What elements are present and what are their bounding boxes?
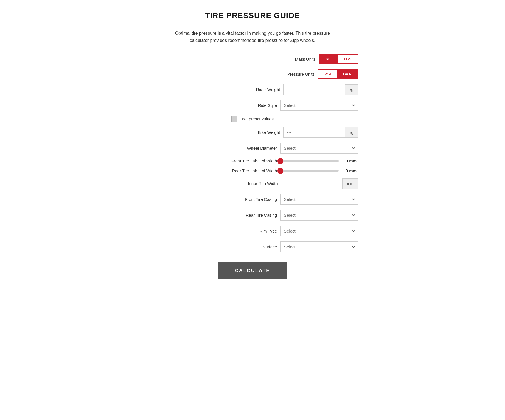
rear-tire-width-thumb[interactable] [277, 168, 283, 174]
rider-weight-input[interactable] [283, 84, 345, 95]
front-tire-width-value: 0 mm [343, 159, 357, 163]
front-tire-casing-select[interactable]: Select [280, 194, 358, 205]
rear-tire-width-row: Rear Tire Labeled Width 0 mm [147, 168, 358, 173]
tire-pressure-form: Mass Units KG LBS Pressure Units PSI BAR… [147, 54, 358, 279]
mass-units-toggle: KG LBS [319, 54, 358, 64]
bike-weight-unit: kg [345, 127, 358, 138]
front-tire-casing-label: Front Tire Casing [216, 197, 277, 202]
front-tire-casing-row: Front Tire Casing Select [147, 194, 358, 205]
inner-rim-width-input-group: mm [281, 178, 358, 189]
rear-tire-width-slider-group: 0 mm [280, 168, 358, 173]
bike-weight-input[interactable] [283, 127, 345, 138]
bike-weight-label: Bike Weight [219, 130, 280, 135]
rim-type-row: Rim Type Select [147, 226, 358, 236]
wheel-diameter-row: Wheel Diameter Select [147, 143, 358, 154]
page-title: TIRE PRESSURE GUIDE [147, 11, 358, 20]
mass-units-row: Mass Units KG LBS [147, 54, 358, 64]
preset-values-row: Use preset values [147, 116, 358, 122]
rear-tire-width-label: Rear Tire Labeled Width [216, 168, 277, 173]
rider-weight-label: Rider Weight [219, 87, 280, 92]
preset-values-label: Use preset values [240, 117, 274, 121]
rider-weight-unit: kg [345, 84, 358, 95]
ride-style-row: Ride Style Select [147, 100, 358, 111]
mass-units-label: Mass Units [254, 57, 316, 61]
pressure-units-bar-button[interactable]: BAR [337, 70, 358, 78]
bottom-divider [147, 293, 358, 293]
calculate-button[interactable]: CALCULATE [218, 262, 287, 279]
surface-label: Surface [216, 244, 277, 249]
front-tire-width-track [280, 160, 339, 162]
ride-style-select[interactable]: Select [280, 100, 358, 111]
front-tire-width-slider-group: 0 mm [280, 159, 358, 163]
rear-tire-casing-select[interactable]: Select [280, 210, 358, 221]
front-tire-width-thumb[interactable] [277, 158, 283, 164]
preset-values-checkbox[interactable] [231, 116, 237, 122]
pressure-units-toggle: PSI BAR [318, 69, 358, 79]
title-divider [147, 23, 358, 23]
wheel-diameter-label: Wheel Diameter [216, 146, 277, 150]
rider-weight-input-group: kg [283, 84, 358, 95]
rim-type-select[interactable]: Select [280, 226, 358, 236]
rider-weight-row: Rider Weight kg [147, 84, 358, 95]
inner-rim-width-input[interactable] [281, 178, 342, 189]
bike-weight-input-group: kg [283, 127, 358, 138]
rear-tire-width-value: 0 mm [343, 168, 357, 173]
rear-tire-width-track [280, 170, 339, 172]
surface-row: Surface Select [147, 241, 358, 252]
bike-weight-row: Bike Weight kg [147, 127, 358, 138]
front-tire-width-label: Front Tire Labeled Width [216, 159, 277, 163]
rim-type-label: Rim Type [216, 229, 277, 233]
pressure-units-row: Pressure Units PSI BAR [147, 69, 358, 79]
inner-rim-width-row: Inner Rim Width mm [147, 178, 358, 189]
rear-tire-casing-row: Rear Tire Casing Select [147, 210, 358, 221]
page-subtitle: Optimal tire pressure is a vital factor … [169, 30, 336, 44]
surface-select[interactable]: Select [280, 241, 358, 252]
mass-units-lbs-button[interactable]: LBS [338, 55, 358, 63]
pressure-units-psi-button[interactable]: PSI [318, 70, 337, 78]
pressure-units-label: Pressure Units [253, 72, 315, 76]
rear-tire-casing-label: Rear Tire Casing [216, 213, 277, 218]
inner-rim-width-label: Inner Rim Width [217, 181, 278, 186]
wheel-diameter-select[interactable]: Select [280, 143, 358, 154]
mass-units-kg-button[interactable]: KG [320, 55, 338, 63]
front-tire-width-row: Front Tire Labeled Width 0 mm [147, 159, 358, 163]
inner-rim-width-unit: mm [342, 178, 358, 189]
ride-style-label: Ride Style [216, 103, 277, 108]
